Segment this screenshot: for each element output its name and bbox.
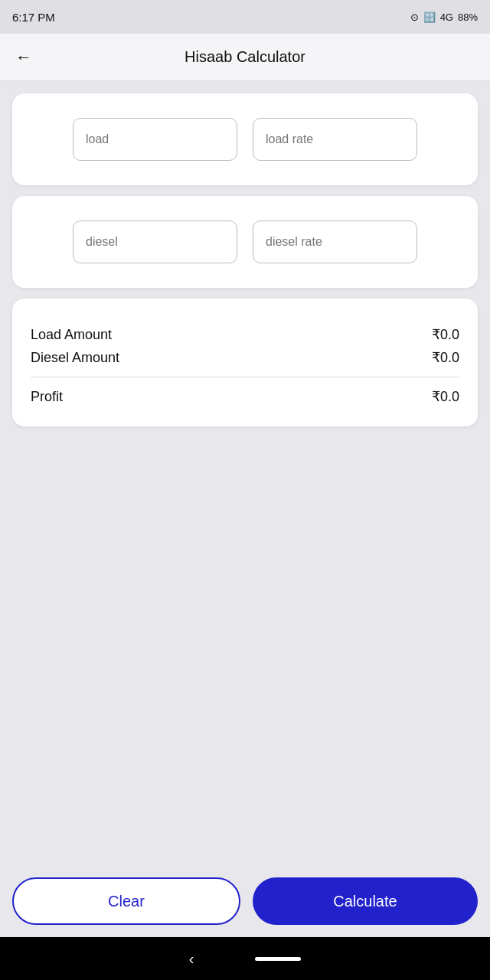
diesel-amount-row: Diesel Amount ₹0.0 <box>31 349 459 366</box>
diesel-inputs-row <box>31 220 459 263</box>
calculate-button[interactable]: Calculate <box>253 877 478 925</box>
load-amount-value: ₹0.0 <box>432 326 459 343</box>
diesel-amount-value: ₹0.0 <box>432 349 459 366</box>
signal-icon: ⊙ <box>410 11 419 23</box>
status-time: 6:17 PM <box>12 11 55 24</box>
load-inputs-row <box>31 118 459 161</box>
profit-row: Profit ₹0.0 <box>31 388 459 405</box>
diesel-input[interactable] <box>73 220 237 263</box>
results-card: Load Amount ₹0.0 Diesel Amount ₹0.0 Prof… <box>12 299 478 426</box>
nav-back-icon[interactable]: ‹ <box>189 950 194 968</box>
diesel-amount-label: Diesel Amount <box>31 350 119 366</box>
app-bar: ← Hisaab Calculator <box>0 34 490 81</box>
page-title: Hisaab Calculator <box>44 48 446 66</box>
load-card <box>12 93 478 185</box>
load-rate-input[interactable] <box>253 118 417 161</box>
back-button[interactable]: ← <box>15 47 32 67</box>
profit-label: Profit <box>31 389 63 405</box>
nav-home-indicator[interactable] <box>255 957 301 961</box>
diesel-card <box>12 196 478 288</box>
status-bar: 6:17 PM ⊙ 🔡 4G 88% <box>0 0 490 34</box>
battery-icon: 88% <box>458 11 478 23</box>
load-amount-label: Load Amount <box>31 327 112 343</box>
result-divider <box>31 377 459 377</box>
status-icons: ⊙ 🔡 4G 88% <box>410 11 478 23</box>
load-amount-row: Load Amount ₹0.0 <box>31 326 459 343</box>
clear-button[interactable]: Clear <box>12 877 240 925</box>
network-icon: 🔡 <box>423 11 436 23</box>
diesel-rate-input[interactable] <box>253 220 417 263</box>
main-content: Load Amount ₹0.0 Diesel Amount ₹0.0 Prof… <box>0 81 490 871</box>
data-icon: 4G <box>440 11 453 23</box>
action-buttons: Clear Calculate <box>0 871 490 937</box>
bottom-nav-bar: ‹ <box>0 937 490 980</box>
profit-value: ₹0.0 <box>432 388 459 405</box>
load-input[interactable] <box>73 118 237 161</box>
